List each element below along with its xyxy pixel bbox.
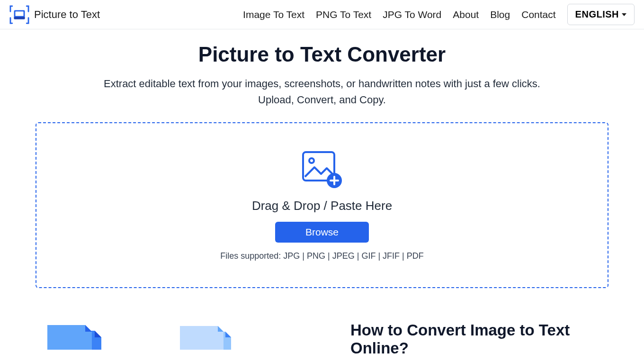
illustration [28,321,242,350]
drop-text: Drag & Drop / Paste Here [252,199,392,213]
nav-png-to-text[interactable]: PNG To Text [316,9,371,20]
file-stack-icon-light [180,326,242,350]
how-to-section: How to Convert Image to Text Online? [0,302,644,362]
caret-down-icon [622,13,626,16]
browse-button[interactable]: Browse [275,222,369,243]
brand-logo-icon [9,5,29,24]
svg-rect-2 [14,17,25,19]
nav-contact[interactable]: Contact [521,9,555,20]
header: Picture to Text Image To Text PNG To Tex… [0,0,644,29]
language-selector[interactable]: ENGLISH [567,4,635,25]
page-title: Picture to Text Converter [9,43,635,66]
how-to-title: How to Convert Image to Text Online? [350,321,616,362]
how-to-content: How to Convert Image to Text Online? [350,321,616,362]
nav-jpg-to-word[interactable]: JPG To Word [383,9,441,20]
svg-point-4 [309,158,314,163]
nav-about[interactable]: About [453,9,479,20]
upload-image-icon [300,149,344,190]
brand[interactable]: Picture to Text [9,5,100,24]
page-subtitle: Extract editable text from your images, … [99,76,545,108]
nav-blog[interactable]: Blog [490,9,510,20]
hero-section: Picture to Text Converter Extract editab… [0,29,644,108]
supported-formats-text: Files supported: JPG | PNG | JPEG | GIF … [220,251,423,261]
nav-image-to-text[interactable]: Image To Text [243,9,304,20]
dropzone[interactable]: Drag & Drop / Paste Here Browse Files su… [36,122,608,288]
dropzone-container: Drag & Drop / Paste Here Browse Files su… [0,108,644,302]
file-stack-icon [47,321,114,350]
svg-rect-1 [15,11,23,16]
main-nav: Image To Text PNG To Text JPG To Word Ab… [243,4,635,25]
brand-text: Picture to Text [34,9,100,21]
language-label: ENGLISH [575,9,619,20]
